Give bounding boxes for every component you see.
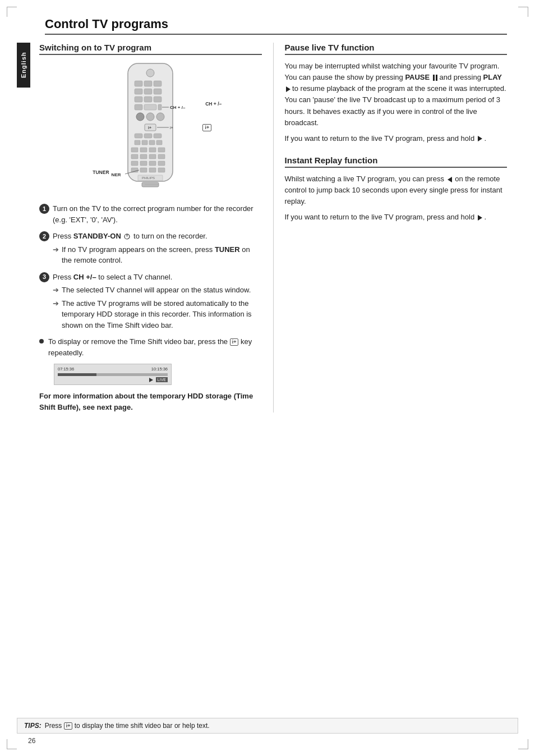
iplus-bullet-icon: i+ [230, 338, 239, 346]
video-bar-live-label: LIVE [156, 377, 168, 382]
svg-rect-34 [131, 154, 138, 159]
left-section-title: Switching on to TV program [39, 43, 262, 55]
tuner-label: TUNER [93, 169, 109, 175]
svg-rect-3 [144, 81, 152, 86]
svg-marker-54 [149, 378, 153, 382]
svg-rect-31 [140, 148, 147, 152]
svg-rect-28 [149, 140, 155, 145]
svg-rect-27 [142, 140, 147, 145]
video-bar-display: 07:15:36 10:15:36 LIVE [54, 364, 262, 385]
instruction-bullet: To display or remove the Time Shift vide… [39, 336, 262, 358]
video-bar-fill [58, 373, 96, 376]
svg-rect-10 [154, 97, 162, 102]
svg-text:CH + /–: CH + /– [170, 105, 186, 110]
svg-rect-33 [158, 148, 165, 152]
svg-text:PHILIPS: PHILIPS [142, 176, 155, 180]
svg-rect-7 [154, 89, 162, 94]
svg-rect-38 [131, 161, 138, 166]
video-bar-track [58, 373, 168, 376]
instant-para-2: If you want to return to the live TV pro… [285, 212, 508, 223]
power-icon [124, 233, 130, 240]
video-bar-bottom: LIVE [58, 377, 168, 383]
page-number: 26 [28, 737, 35, 745]
ch-label: CH + /– [205, 101, 222, 107]
instruction-3-content: Press CH +/– to select a TV channel. ➔ T… [53, 272, 262, 331]
svg-rect-42 [131, 168, 138, 172]
svg-rect-30 [131, 148, 138, 152]
english-tab-wrapper: English [17, 43, 34, 413]
corner-mark-tr [518, 7, 528, 17]
instruction-1: 1 Turn on the TV to the correct program … [39, 203, 262, 225]
corner-mark-br [518, 739, 528, 749]
iplus-label: i+ [202, 124, 211, 131]
svg-rect-37 [158, 154, 165, 159]
svg-rect-40 [149, 161, 156, 166]
svg-rect-43 [140, 168, 147, 172]
play-triangle-2 [478, 136, 482, 141]
svg-rect-13 [158, 104, 162, 110]
back-triangle-1 [448, 177, 452, 182]
svg-text:TUNER: TUNER [111, 172, 121, 177]
page-title: Control TV programs [45, 17, 507, 35]
page-title-area: Control TV programs [17, 17, 507, 35]
svg-rect-29 [156, 140, 162, 145]
bullet-content: To display or remove the Time Shift vide… [48, 336, 262, 358]
svg-rect-23 [135, 134, 142, 138]
svg-point-17 [146, 113, 154, 121]
play-triangle-3 [478, 215, 482, 221]
instruction-num-2: 2 [39, 231, 49, 241]
instruction-num-3: 3 [39, 272, 49, 282]
instruction-1-content: Turn on the TV to the correct program nu… [53, 203, 262, 225]
pause-section-title: Pause live TV function [285, 43, 508, 55]
corner-mark-tl [7, 7, 17, 17]
svg-rect-9 [144, 97, 152, 102]
corner-mark-bl [7, 739, 17, 749]
svg-rect-25 [154, 134, 162, 138]
note-bold: For more information about the temporary… [39, 391, 262, 413]
video-bar-time-start: 07:15:36 [58, 366, 74, 372]
svg-rect-39 [140, 161, 147, 166]
svg-rect-36 [149, 154, 156, 159]
instruction-num-1: 1 [39, 204, 49, 214]
instruction-2-content: Press STANDBY-ON to turn on the recorder… [53, 231, 262, 266]
instruction-2: 2 Press STANDBY-ON to turn on the record… [39, 231, 262, 266]
svg-rect-24 [144, 134, 152, 138]
remote-svg: CH + /– i+ i+ [111, 61, 190, 195]
svg-rect-5 [135, 89, 142, 94]
video-bar-time-end: 10:15:36 [151, 366, 168, 372]
svg-rect-6 [144, 89, 152, 94]
svg-text:i+: i+ [148, 126, 151, 130]
play-triangle-1 [286, 86, 290, 92]
english-tab: English [17, 43, 30, 88]
remote-image-area: CH + /– i+ i+ [39, 61, 262, 195]
left-column: Switching on to TV program [34, 43, 274, 413]
tips-iplus-icon: i+ [64, 722, 73, 730]
svg-rect-26 [135, 140, 140, 145]
instruction-3-sub1: ➔ The selected TV channel will appear on… [53, 285, 262, 296]
tips-label: TIPS: [24, 722, 41, 730]
svg-point-16 [136, 113, 144, 121]
pause-symbol [433, 75, 437, 81]
svg-rect-45 [158, 168, 165, 172]
svg-point-18 [156, 113, 164, 121]
main-layout: English Switching on to TV program [17, 43, 507, 413]
right-column: Pause live TV function You may be interr… [274, 43, 508, 413]
svg-rect-41 [158, 161, 165, 166]
instant-replay-section: Instant Replay function Whilst watching … [285, 155, 508, 223]
svg-rect-8 [135, 97, 142, 102]
pause-para-1: You may be interrupted whilst watching y… [285, 61, 508, 129]
video-bar-play-icon [148, 377, 154, 383]
svg-rect-44 [149, 168, 156, 172]
page: Control TV programs English Switching on… [0, 0, 535, 756]
pause-section: Pause live TV function You may be interr… [285, 43, 508, 144]
tips-bar: TIPS: Press i+ to display the time shift… [17, 718, 518, 734]
svg-text:i+: i+ [170, 126, 173, 130]
instruction-2-sub1: ➔ If no TV program appears on the screen… [53, 244, 262, 266]
instant-para-1: Whilst watching a live TV program, you c… [285, 173, 508, 207]
instruction-3-sub2: ➔ The active TV programs will be stored … [53, 298, 262, 331]
instant-section-title: Instant Replay function [285, 155, 508, 168]
svg-rect-11 [135, 104, 142, 110]
tips-text: Press i+ to display the time shift video… [45, 722, 210, 730]
svg-rect-32 [149, 148, 156, 152]
instruction-3: 3 Press CH +/– to select a TV channel. ➔… [39, 272, 262, 331]
